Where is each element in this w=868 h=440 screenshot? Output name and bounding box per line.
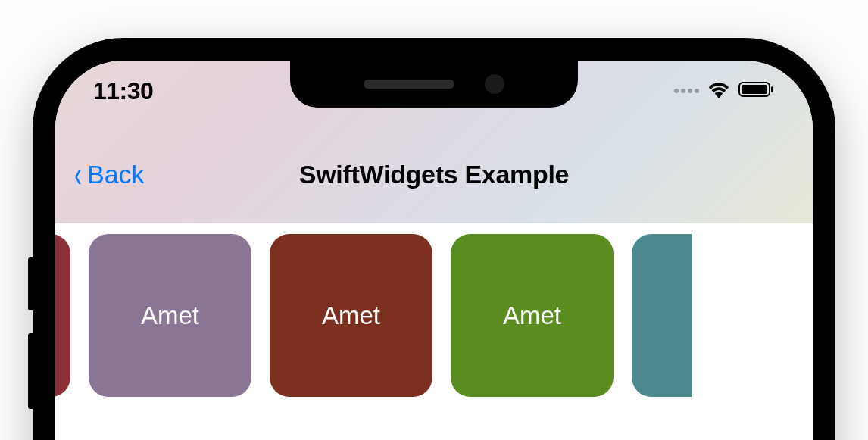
card-item[interactable]: [632, 234, 692, 397]
navigation-bar: ‹ Back SwiftWidgets Example: [55, 144, 813, 204]
page-title: SwiftWidgets Example: [299, 160, 569, 189]
phone-screen: 11:30: [55, 61, 813, 440]
battery-icon: [738, 80, 775, 101]
card-item[interactable]: Amet: [270, 234, 432, 397]
wifi-icon: [707, 80, 731, 101]
card-item[interactable]: [55, 234, 70, 397]
cellular-icon: [674, 89, 699, 93]
card-label: Amet: [503, 301, 561, 330]
content-area: Amet Amet Amet: [55, 223, 813, 440]
status-bar: 11:30: [55, 61, 813, 121]
card-item[interactable]: Amet: [451, 234, 614, 397]
card-item[interactable]: Amet: [89, 234, 251, 397]
status-time: 11:30: [93, 77, 153, 105]
svg-rect-1: [742, 85, 767, 94]
back-button[interactable]: ‹ Back: [72, 156, 145, 192]
card-label: Amet: [141, 301, 199, 330]
status-icons: [674, 80, 775, 101]
card-scroll-view[interactable]: Amet Amet Amet: [55, 223, 760, 407]
card-label: Amet: [322, 301, 380, 330]
back-label: Back: [87, 160, 145, 189]
phone-frame: 11:30: [33, 38, 835, 440]
svg-rect-2: [771, 86, 773, 92]
chevron-left-icon: ‹: [74, 156, 82, 192]
